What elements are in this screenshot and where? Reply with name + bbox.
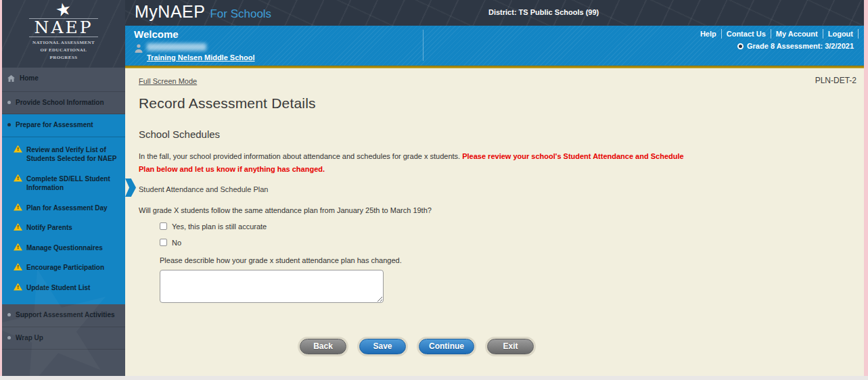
brand-subtitle: For Schools (210, 7, 271, 20)
sidebar-item-support-assessment-activities[interactable]: Support Assessment Activities (2, 304, 125, 327)
warning-icon: ! (14, 174, 22, 182)
prepare-for-assessment-section: Prepare for Assessment ! Review and Veri… (2, 114, 125, 304)
org-line-1: NATIONAL ASSESSMENT (2, 39, 125, 47)
utility-nav: Help Contact Us My Account Logout (695, 29, 859, 39)
yes-checkbox[interactable] (160, 222, 167, 230)
main-content: Full Screen Mode PLN-DET-2 Record Assess… (125, 68, 864, 376)
sidebar-item-label: Wrap Up (16, 334, 43, 343)
warning-icon: ! (14, 223, 22, 231)
warning-icon: ! (14, 243, 22, 251)
home-icon (7, 75, 15, 85)
contact-us-link[interactable]: Contact Us (722, 29, 771, 39)
sidebar-item-home[interactable]: Home (2, 68, 125, 92)
naep-logo: ★ NAEP NATIONAL ASSESSMENT OF EDUCATIONA… (2, 0, 125, 68)
assessment-info: Grade 8 Assessment: 3/2/2021 (737, 42, 854, 50)
school-name-link[interactable]: Training Nelsen Middle School (147, 53, 255, 62)
warning-icon: ! (14, 283, 22, 291)
org-line-3: PROGRESS (2, 54, 125, 62)
sidebar-subitem-label: Notify Parents (26, 223, 72, 233)
intro-text: In the fall, your school provided inform… (139, 152, 460, 160)
sidebar-subitem-label: Encourage Participation (26, 263, 104, 272)
naep-star-icon: ★ (54, 0, 73, 20)
district-label: District: TS Public Schools (99) (488, 8, 599, 16)
sidebar-item-label: Prepare for Assessment (16, 121, 93, 130)
sidebar-subitem-notify-parents[interactable]: ! Notify Parents (2, 218, 125, 238)
full-screen-mode-link[interactable]: Full Screen Mode (139, 77, 197, 85)
attendance-question: Will grade X students follow the same at… (139, 206, 850, 214)
prepare-sub-list: ! Review and Verify List of Students Sel… (2, 137, 125, 305)
welcome-title: Welcome (134, 28, 179, 40)
sidebar-subitem-label: Review and Verify List of Students Selec… (26, 145, 122, 164)
sidebar-subitem-update-student-list[interactable]: ! Update Student List (2, 278, 125, 298)
warning-mark: ! (14, 283, 22, 291)
sidebar-subitem-label: Plan for Assessment Day (26, 204, 108, 213)
naep-logo-acronym: NAEP (29, 18, 98, 37)
sidebar-item-prepare-for-assessment[interactable]: Prepare for Assessment (2, 114, 125, 137)
continue-button[interactable]: Continue (419, 339, 474, 354)
brand: MyNAEPFor Schools (135, 2, 271, 22)
section-title: School Schedules (139, 128, 850, 140)
bullet-icon (7, 123, 11, 126)
my-account-link[interactable]: My Account (771, 29, 823, 39)
bullet-icon (7, 336, 11, 339)
user-icon (135, 43, 143, 55)
warning-icon: ! (14, 145, 22, 153)
assessment-info-label: Grade 8 Assessment: 3/2/2021 (747, 42, 854, 50)
sidebar-item-provide-school-information[interactable]: Provide School Information (2, 92, 125, 115)
help-link[interactable]: Help (695, 29, 722, 39)
exit-button[interactable]: Exit (487, 339, 534, 354)
sidebar-subitem-review-verify-students[interactable]: ! Review and Verify List of Students Sel… (2, 140, 125, 169)
sidebar-subitem-complete-sdell-info[interactable]: ! Complete SD/ELL Student Information (2, 169, 125, 198)
warning-mark: ! (14, 174, 22, 183)
option-no-label: No (172, 239, 181, 247)
option-yes-row[interactable]: Yes, this plan is still accurate (160, 222, 850, 231)
bullet-icon (7, 101, 11, 104)
page-background: MyNAEPFor Schools District: TS Public Sc… (0, 0, 868, 380)
option-yes-label: Yes, this plan is still accurate (172, 222, 267, 231)
sidebar-item-wrap-up[interactable]: Wrap Up (2, 327, 125, 350)
sidebar-item-label: Provide School Information (16, 99, 104, 108)
warning-icon: ! (14, 204, 22, 211)
button-row: Back Save Continue Exit (300, 339, 850, 354)
welcome-divider (423, 30, 424, 61)
logout-link[interactable]: Logout (823, 29, 859, 39)
sidebar-subitem-label: Complete SD/ELL Student Information (26, 174, 122, 193)
sidebar-item-label: Home (20, 74, 39, 83)
mynaep-app-window: MyNAEPFor Schools District: TS Public Sc… (2, 0, 864, 376)
warning-mark: ! (14, 243, 22, 252)
warning-icon: ! (14, 263, 22, 270)
describe-change-label: Please describle how your grade x studen… (160, 256, 850, 264)
sidebar-subitem-manage-questionnaires[interactable]: ! Manage Questionnaires (2, 238, 125, 258)
intro-paragraph: In the fall, your school provided inform… (139, 150, 690, 176)
sidebar-subitem-encourage-participation[interactable]: ! Encourage Participation (2, 258, 125, 278)
top-header: MyNAEPFor Schools District: TS Public Sc… (2, 0, 864, 26)
page-title: Record Assessment Details (139, 95, 850, 112)
sidebar-subitem-label: Manage Questionnaires (26, 243, 103, 253)
sidebar-item-label: Support Assessment Activities (16, 311, 115, 320)
sidebar-subitem-label: Update Student List (26, 283, 90, 293)
bullet-icon (7, 313, 11, 316)
naep-logo-org-name: NATIONAL ASSESSMENT OF EDUCATIONAL PROGR… (2, 39, 125, 62)
assessment-status-icon (737, 43, 744, 49)
redacted-user-name (147, 43, 206, 51)
warning-mark: ! (14, 263, 22, 271)
warning-mark: ! (14, 145, 22, 153)
welcome-bar: Welcome Training Nelsen Middle School He… (125, 26, 864, 66)
brand-title: MyNAEP (135, 2, 205, 21)
attendance-plan-link[interactable]: Student Attendance and Schedule Plan (139, 185, 268, 193)
save-button[interactable]: Save (359, 339, 406, 354)
no-checkbox[interactable] (160, 239, 167, 246)
back-button[interactable]: Back (300, 339, 346, 354)
sidebar-nav: Home Provide School Information Prepare … (2, 68, 125, 376)
option-no-row[interactable]: No (160, 239, 850, 247)
org-line-2: OF EDUCATIONAL (2, 47, 125, 54)
sidebar-subitem-plan-for-assessment-day[interactable]: ! Plan for Assessment Day (2, 198, 125, 218)
bottom-strip (0, 376, 868, 380)
warning-mark: ! (14, 223, 22, 231)
attendance-change-textarea[interactable] (160, 270, 384, 303)
warning-mark: ! (14, 204, 22, 212)
page-code: PLN-DET-2 (815, 76, 856, 85)
